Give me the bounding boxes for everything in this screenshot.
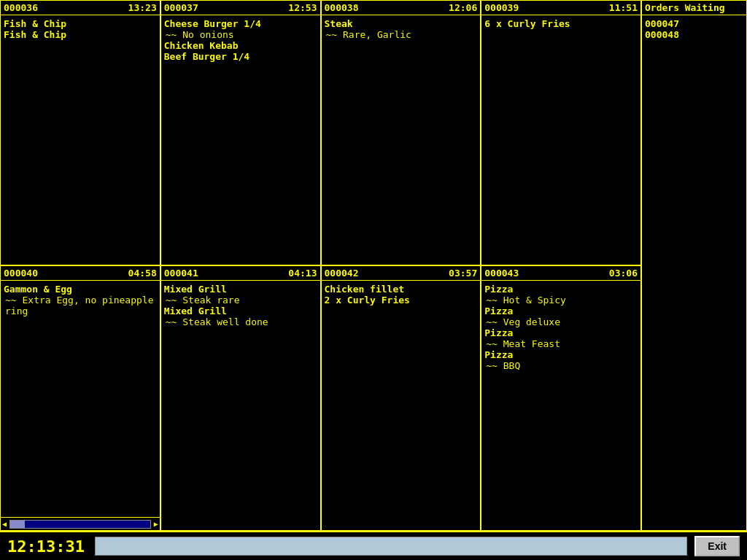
- cell-header-40: 000040 04:58: [1, 266, 160, 281]
- cell-header-38: 000038 12:06: [322, 1, 481, 15]
- cell-body-42: Chicken fillet 2 x Curly Fries: [322, 281, 481, 530]
- item-row: Pizza: [484, 327, 638, 338]
- order-id-36: 000036: [4, 2, 38, 13]
- item-modifier-row: ~~ Steak rare: [164, 295, 317, 306]
- item-row: 2 x Curly Fries: [325, 295, 478, 306]
- cell-body-38: Steak ~~ Rare, Garlic: [322, 15, 481, 265]
- cell-body-36: Fish & Chip Fish & Chip: [1, 15, 160, 265]
- order-time-36: 13:23: [128, 2, 157, 13]
- waiting-order-48[interactable]: 000048: [645, 29, 743, 40]
- item-row: Mixed Grill: [164, 306, 317, 316]
- cell-body-37: Cheese Burger 1/4 ~~ No onions Chicken K…: [161, 15, 320, 265]
- order-cell-42[interactable]: 000042 03:57 Chicken fillet 2 x Curly Fr…: [321, 265, 481, 531]
- item-row: Pizza: [484, 284, 638, 295]
- item-row: 6 x Curly Fries: [484, 18, 638, 29]
- order-cell-40[interactable]: 000040 04:58 Gammon & Egg ~~ Extra Egg, …: [0, 265, 160, 531]
- order-time-42: 03:57: [449, 268, 477, 279]
- order-cell-37[interactable]: 000037 12:53 Cheese Burger 1/4 ~~ No oni…: [160, 0, 321, 265]
- scroll-right-arrow[interactable]: ▶: [152, 520, 160, 528]
- waiting-order-47[interactable]: 000047: [645, 18, 743, 29]
- order-id-43: 000043: [484, 268, 519, 279]
- cell-body-39: 6 x Curly Fries: [481, 15, 640, 265]
- item-row: Pizza: [484, 306, 638, 316]
- order-cell-41[interactable]: 000041 04:13 Mixed Grill ~~ Steak rare M…: [160, 265, 321, 531]
- item-modifier-row: ~~ Extra Egg, no pineapple ring: [4, 295, 157, 316]
- order-cell-36[interactable]: 000036 13:23 Fish & Chip Fish & Chip: [0, 0, 160, 265]
- item-row: Cheese Burger 1/4: [164, 18, 317, 29]
- item-row: Mixed Grill: [164, 284, 317, 295]
- order-time-38: 12:06: [449, 2, 477, 13]
- order-cell-43[interactable]: 000043 03:06 Pizza ~~ Hot & Spicy Pizza …: [481, 265, 641, 531]
- order-id-37: 000037: [164, 2, 198, 13]
- orders-waiting-panel: Orders Waiting 000047 000048: [641, 0, 747, 531]
- cell-body-41: Mixed Grill ~~ Steak rare Mixed Grill ~~…: [161, 281, 320, 530]
- clock-display: 12:13:31: [7, 537, 88, 556]
- order-time-37: 12:53: [288, 2, 317, 13]
- order-id-39: 000039: [484, 2, 519, 13]
- order-time-43: 03:06: [609, 268, 638, 279]
- item-modifier-row: ~~ Meat Feast: [484, 338, 638, 349]
- order-id-40: 000040: [4, 268, 38, 279]
- item-modifier-row: ~~ No onions: [164, 29, 317, 40]
- exit-button[interactable]: Exit: [694, 536, 740, 556]
- order-time-41: 04:13: [288, 268, 317, 279]
- order-time-39: 11:51: [609, 2, 638, 13]
- item-row: Fish & Chip: [4, 18, 157, 29]
- order-id-38: 000038: [325, 2, 359, 13]
- order-id-41: 000041: [164, 268, 198, 279]
- orders-waiting-header: Orders Waiting: [642, 1, 746, 15]
- cell-header-37: 000037 12:53: [161, 1, 320, 15]
- order-cell-38[interactable]: 000038 12:06 Steak ~~ Rare, Garlic: [321, 0, 481, 265]
- scrollbar-track-40[interactable]: [9, 520, 151, 529]
- cell-header-39: 000039 11:51: [481, 1, 640, 15]
- cell-body-40: Gammon & Egg ~~ Extra Egg, no pineapple …: [1, 281, 160, 517]
- bottom-bar: 12:13:31 Exit: [0, 531, 747, 560]
- cell-header-42: 000042 03:57: [322, 266, 481, 281]
- item-modifier-row: ~~ Hot & Spicy: [484, 295, 638, 306]
- item-row: Chicken fillet: [325, 284, 478, 295]
- scroll-left-arrow[interactable]: ◀: [1, 520, 8, 528]
- order-cell-39[interactable]: 000039 11:51 6 x Curly Fries: [481, 0, 641, 265]
- item-modifier-row: ~~ BBQ: [484, 360, 638, 371]
- order-id-42: 000042: [325, 268, 359, 279]
- scrollbar-40[interactable]: ◀ ▶: [1, 517, 160, 530]
- order-time-40: 04:58: [128, 268, 157, 279]
- item-row: Fish & Chip: [4, 29, 157, 40]
- cell-body-43: Pizza ~~ Hot & Spicy Pizza ~~ Veg deluxe…: [481, 281, 640, 530]
- item-row: Pizza: [484, 349, 638, 360]
- item-row: Steak: [325, 18, 478, 29]
- item-modifier-row: ~~ Veg deluxe: [484, 316, 638, 327]
- message-bar[interactable]: [95, 537, 687, 556]
- scrollbar-thumb-40: [10, 521, 25, 528]
- item-row: Beef Burger 1/4: [164, 51, 317, 62]
- item-row: Gammon & Egg: [4, 284, 157, 295]
- cell-header-36: 000036 13:23: [1, 1, 160, 15]
- cell-header-43: 000043 03:06: [481, 266, 640, 281]
- item-row: Chicken Kebab: [164, 40, 317, 51]
- item-modifier-row: ~~ Rare, Garlic: [325, 29, 478, 40]
- item-modifier-row: ~~ Steak well done: [164, 316, 317, 327]
- orders-waiting-body: 000047 000048: [642, 15, 746, 43]
- cell-header-41: 000041 04:13: [161, 266, 320, 281]
